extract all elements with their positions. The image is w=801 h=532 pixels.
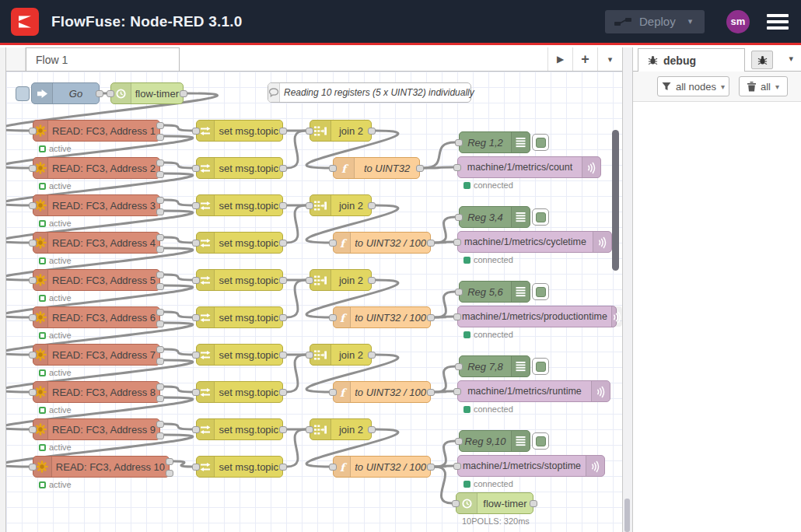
output-port[interactable] (279, 165, 287, 172)
input-port[interactable] (329, 464, 337, 471)
input-port[interactable] (329, 389, 337, 396)
join-node[interactable]: join 2 (310, 344, 372, 366)
modbus-read-node[interactable]: READ: FC3, Address 3 (33, 194, 160, 216)
mqtt-out-node[interactable]: machine/1/metrics/runtime (457, 380, 610, 402)
join-node[interactable]: join 2 (310, 120, 372, 142)
main-menu-icon[interactable] (767, 11, 789, 33)
change-node[interactable]: set msg.topic (196, 157, 283, 179)
input-port[interactable] (455, 139, 463, 146)
debug-node[interactable]: Reg 5,6 (459, 281, 530, 303)
input-port[interactable] (329, 314, 337, 321)
wire[interactable] (435, 441, 455, 467)
output-port[interactable] (279, 128, 287, 135)
output-port[interactable] (156, 283, 164, 290)
join-node[interactable]: join 2 (310, 418, 372, 440)
input-port[interactable] (29, 165, 37, 172)
input-port[interactable] (306, 128, 313, 135)
input-port[interactable] (192, 352, 200, 359)
debug-messages-panel[interactable] (633, 102, 801, 532)
input-port[interactable] (29, 128, 37, 135)
wire[interactable] (164, 275, 192, 280)
input-port[interactable] (455, 214, 463, 221)
change-node[interactable]: set msg.topic (196, 381, 283, 403)
input-port[interactable] (192, 314, 200, 321)
output-port[interactable] (416, 165, 424, 172)
comment-node[interactable]: Reading 10 registers (5 x UINT32) indivi… (268, 82, 471, 103)
wire[interactable] (287, 429, 306, 467)
debug-output-toggle[interactable] (532, 208, 549, 226)
modbus-read-node[interactable]: READ: FC3, Address 7 (33, 344, 160, 366)
modbus-read-node[interactable]: READ: FC3, Address 8 (33, 381, 160, 403)
wire[interactable] (435, 366, 455, 392)
output-port[interactable] (368, 352, 376, 359)
output-port[interactable] (427, 314, 435, 321)
change-node[interactable]: set msg.topic (196, 194, 283, 216)
output-port[interactable] (279, 202, 287, 209)
output-port[interactable] (156, 346, 164, 353)
output-port[interactable] (368, 202, 376, 209)
change-node[interactable]: set msg.topic (196, 344, 283, 366)
output-port[interactable] (166, 470, 173, 477)
mqtt-out-node[interactable]: machine/1/metrics/cycletime (457, 231, 612, 253)
debug-node[interactable]: Reg 7,8 (459, 355, 530, 377)
output-port[interactable] (156, 309, 164, 316)
wire[interactable] (435, 467, 452, 503)
modbus-read-node[interactable]: READ: FC3, Address 5 (33, 269, 160, 291)
wire[interactable] (164, 349, 192, 355)
function-node[interactable]: fto UINT32 (333, 157, 420, 179)
wire[interactable] (173, 461, 192, 467)
input-port[interactable] (329, 165, 337, 172)
debug-node[interactable]: Reg 1,2 (459, 131, 530, 153)
input-port[interactable] (453, 463, 461, 470)
wire[interactable] (164, 125, 192, 131)
wire[interactable] (435, 242, 453, 243)
input-port[interactable] (107, 90, 114, 97)
mqtt-out-node[interactable]: machine/1/metrics/count (457, 156, 601, 178)
input-port[interactable] (455, 438, 463, 445)
change-node[interactable]: set msg.topic (196, 232, 283, 254)
output-port[interactable] (96, 90, 103, 97)
wire[interactable] (287, 355, 306, 392)
function-node[interactable]: fto UINT32 / 100 (333, 306, 431, 328)
function-node[interactable]: fto UINT32 / 100 (333, 232, 431, 254)
output-port[interactable] (368, 128, 376, 135)
debug-clear-button[interactable]: all ▾ (739, 76, 788, 96)
input-port[interactable] (453, 239, 461, 246)
output-port[interactable] (279, 277, 287, 284)
output-port[interactable] (156, 383, 164, 390)
change-node[interactable]: set msg.topic (196, 306, 283, 328)
user-avatar[interactable]: sm (726, 10, 750, 33)
output-port[interactable] (156, 421, 164, 428)
input-port[interactable] (192, 128, 200, 135)
canvas-vertical-scrollbar[interactable] (612, 130, 619, 271)
output-port[interactable] (156, 246, 164, 253)
debug-output-toggle[interactable] (532, 432, 549, 450)
tab-debug[interactable]: debug (638, 48, 745, 72)
debug-output-toggle[interactable] (532, 358, 549, 375)
input-port[interactable] (455, 289, 463, 296)
inject-button[interactable] (16, 86, 30, 101)
input-port[interactable] (192, 202, 200, 209)
mqtt-out-node[interactable]: machine/1/metrics/stoptime (457, 455, 605, 477)
output-port[interactable] (156, 208, 164, 215)
change-node[interactable]: set msg.topic (196, 456, 283, 478)
output-port[interactable] (368, 426, 376, 433)
wire[interactable] (164, 387, 192, 392)
input-port[interactable] (29, 426, 37, 433)
wire[interactable] (435, 217, 455, 243)
output-port[interactable] (156, 234, 164, 241)
deploy-button[interactable]: Deploy ▾ (605, 10, 705, 33)
input-port[interactable] (453, 313, 461, 320)
wire[interactable] (164, 200, 192, 205)
change-node[interactable]: set msg.topic (196, 269, 283, 291)
mqtt-out-node[interactable]: machine/1/metrics/productiontime (457, 306, 617, 327)
input-port[interactable] (306, 426, 313, 433)
input-port[interactable] (192, 165, 200, 172)
flow-timer-node[interactable]: flow-timer (110, 82, 184, 104)
output-port[interactable] (427, 464, 435, 471)
flow-canvas[interactable]: Goflow-timerReading 10 registers (5 x UI… (6, 72, 622, 532)
input-port[interactable] (306, 277, 313, 284)
input-port[interactable] (192, 277, 200, 284)
output-port[interactable] (279, 314, 287, 321)
change-node[interactable]: set msg.topic (196, 120, 283, 142)
